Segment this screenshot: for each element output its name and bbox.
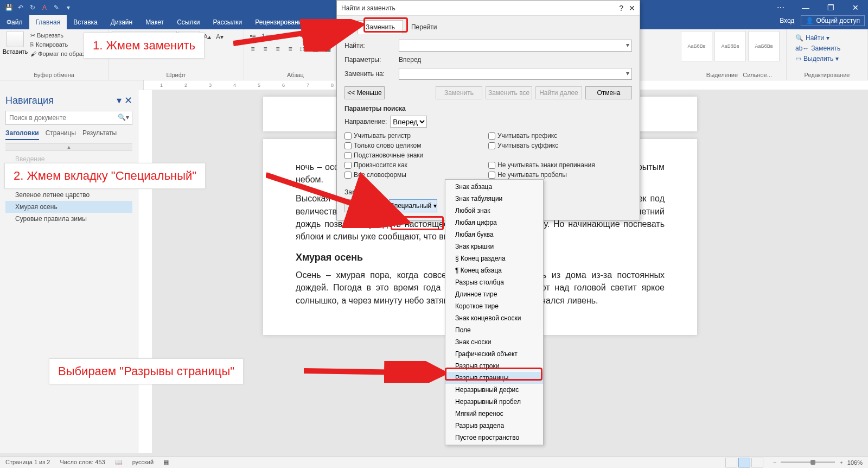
- menu-item[interactable]: Длинное тире: [445, 288, 543, 300]
- menu-item[interactable]: Разрыв строки: [445, 360, 543, 372]
- status-page[interactable]: Страница 1 из 2: [5, 459, 50, 466]
- share-icon: 👤: [806, 17, 814, 24]
- menu-item[interactable]: Неразрывный дефис: [445, 384, 543, 396]
- copy-button[interactable]: ⎘ Копировать: [30, 40, 92, 49]
- status-proofing-icon[interactable]: 📖: [115, 459, 123, 466]
- menu-item[interactable]: Знак крышки: [445, 241, 543, 252]
- menu-item[interactable]: Мягкий перенос: [445, 408, 543, 420]
- ribbon-options-icon[interactable]: ⋯: [768, 0, 793, 15]
- format-painter-button[interactable]: 🖌 Формат по образцу: [30, 49, 92, 59]
- minimize-button[interactable]: —: [793, 0, 818, 15]
- nav-search-input[interactable]: [5, 111, 132, 125]
- zoom-slider[interactable]: [781, 461, 835, 463]
- menu-item[interactable]: Знак концевой сноски: [445, 312, 543, 324]
- window-controls: ⋯ — ❐ ✕: [768, 0, 868, 15]
- nav-tab-results[interactable]: Результаты: [82, 129, 117, 140]
- signin-button[interactable]: Вход: [773, 17, 801, 24]
- heading-item[interactable]: Суровые правила зимы: [5, 213, 132, 225]
- dialog-help-icon[interactable]: ?: [619, 4, 623, 12]
- menu-item[interactable]: Короткое тире: [445, 300, 543, 312]
- print-layout-button[interactable]: [738, 458, 750, 467]
- cut-button[interactable]: ✂ Вырезать: [30, 31, 92, 40]
- chk-match-case[interactable]: Учитывать регистр: [344, 132, 488, 140]
- cancel-button[interactable]: Отмена: [585, 86, 632, 99]
- font-color-icon[interactable]: A: [40, 3, 49, 12]
- less-button[interactable]: << Меньше: [344, 86, 385, 99]
- save-icon[interactable]: 💾: [4, 3, 13, 12]
- menu-item[interactable]: Пустое пространство: [445, 432, 543, 444]
- tab-file[interactable]: Файл: [0, 15, 29, 29]
- replace-button[interactable]: ab↔ Заменить: [795, 43, 859, 54]
- replace-button[interactable]: Заменить: [436, 86, 482, 99]
- paste-label: Вставить: [3, 48, 28, 55]
- select-button[interactable]: ▭ Выделить ▾: [795, 54, 859, 64]
- menu-item-page-break[interactable]: Разрыв страницы: [445, 372, 543, 384]
- svg-line-0: [233, 26, 355, 43]
- chk-ignore-space[interactable]: Не учитывать пробелы: [488, 171, 632, 179]
- tab-references[interactable]: Ссылки: [170, 15, 206, 29]
- redo-icon[interactable]: ↻: [28, 3, 37, 12]
- tab-design[interactable]: Дизайн: [104, 15, 139, 29]
- menu-item[interactable]: Любая буква: [445, 229, 543, 241]
- read-mode-button[interactable]: [725, 458, 737, 467]
- tab-home[interactable]: Главная: [29, 15, 67, 29]
- share-button[interactable]: 👤Общий доступ: [801, 15, 865, 26]
- clipboard-group-label: Буфер обмена: [3, 71, 105, 78]
- nav-collapse-bar[interactable]: ▲: [5, 143, 132, 151]
- chk-sounds-like[interactable]: Произносится как: [344, 161, 488, 169]
- find-input[interactable]: [399, 40, 632, 52]
- chk-prefix[interactable]: Учитывать префикс: [488, 132, 632, 140]
- dialog-tab-replace[interactable]: Заменить: [358, 20, 403, 34]
- zoom-level[interactable]: 106%: [847, 459, 863, 466]
- menu-item[interactable]: ¶ Конец абзаца: [445, 264, 543, 276]
- chk-ignore-punct[interactable]: Не учитывать знаки препинания: [488, 161, 632, 169]
- style-item[interactable]: АаБбВв: [681, 31, 712, 61]
- menu-item[interactable]: Разрыв столбца: [445, 276, 543, 288]
- heading-item[interactable]: Хмурая осень: [5, 201, 132, 213]
- menu-item[interactable]: Любой знак: [445, 205, 543, 217]
- replace-input[interactable]: [399, 68, 632, 80]
- menu-item[interactable]: Поле: [445, 324, 543, 336]
- undo-icon[interactable]: ↶: [16, 3, 25, 12]
- highlight-icon[interactable]: ✎: [52, 3, 61, 12]
- dialog-tab-goto[interactable]: Перейти: [403, 20, 445, 34]
- zoom-in-button[interactable]: +: [839, 459, 843, 466]
- maximize-button[interactable]: ❐: [818, 0, 843, 15]
- find-next-button[interactable]: Найти далее: [535, 86, 582, 99]
- close-button[interactable]: ✕: [843, 0, 868, 15]
- menu-item[interactable]: Разрыв раздела: [445, 420, 543, 432]
- qat-more-icon[interactable]: ▾: [64, 3, 73, 12]
- style-item[interactable]: АаБбВв: [748, 31, 780, 61]
- menu-item[interactable]: Знак абзаца: [445, 181, 543, 193]
- web-layout-button[interactable]: [751, 458, 763, 467]
- status-words[interactable]: Число слов: 453: [60, 459, 105, 466]
- tab-insert[interactable]: Вставка: [67, 15, 104, 29]
- chk-whole-word[interactable]: Только слово целиком: [344, 142, 488, 149]
- find-button[interactable]: 🔍 Найти ▾: [795, 33, 859, 43]
- styles-sel-label: Выделение: [706, 72, 738, 78]
- search-icon[interactable]: 🔍▾: [118, 113, 129, 121]
- menu-item[interactable]: § Конец раздела: [445, 252, 543, 264]
- menu-item[interactable]: Любая цифра: [445, 217, 543, 229]
- menu-item[interactable]: Неразрывный пробел: [445, 396, 543, 408]
- menu-item[interactable]: Знак сноски: [445, 336, 543, 348]
- style-item[interactable]: АаБбВв: [714, 31, 746, 61]
- nav-tab-headings[interactable]: Заголовки: [5, 129, 39, 140]
- tab-layout[interactable]: Макет: [139, 15, 170, 29]
- zoom-out-button[interactable]: −: [773, 459, 776, 466]
- paste-button[interactable]: Вставить: [3, 31, 27, 59]
- chk-wildcards[interactable]: Подстановочные знаки: [344, 151, 488, 159]
- vertical-ruler[interactable]: [138, 90, 152, 453]
- menu-item[interactable]: Знак табуляции: [445, 193, 543, 205]
- nav-close-icon[interactable]: ▾ ✕: [117, 94, 132, 106]
- heading-item[interactable]: Зеленое летнее царство: [5, 189, 132, 201]
- dialog-close-icon[interactable]: ✕: [629, 4, 635, 12]
- replace-all-button[interactable]: Заменить все: [486, 86, 532, 99]
- nav-tab-pages[interactable]: Страницы: [46, 129, 76, 140]
- status-language[interactable]: русский: [132, 459, 154, 466]
- shrink-font-icon[interactable]: A▾: [214, 31, 225, 42]
- menu-item[interactable]: Графический объект: [445, 348, 543, 360]
- direction-select[interactable]: Вперед: [390, 116, 427, 128]
- chk-suffix[interactable]: Учитывать суффикс: [488, 142, 632, 149]
- status-macro-icon[interactable]: ▦: [163, 459, 169, 466]
